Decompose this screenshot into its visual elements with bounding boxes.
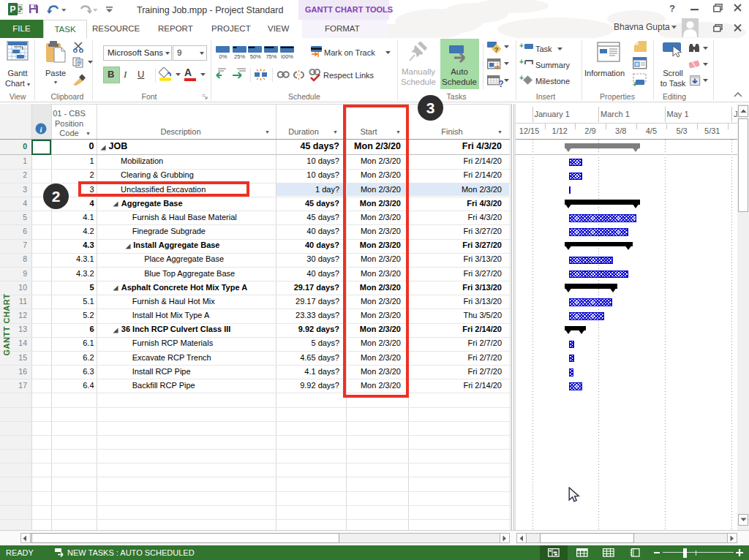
svg-text:P: P — [10, 4, 15, 15]
svg-text:+: + — [519, 58, 524, 66]
svg-text:+: + — [633, 80, 637, 87]
svg-text:?: ? — [498, 78, 503, 88]
svg-text:+: + — [519, 74, 524, 82]
svg-text:+: + — [519, 42, 524, 50]
svg-text:?: ? — [494, 45, 499, 53]
